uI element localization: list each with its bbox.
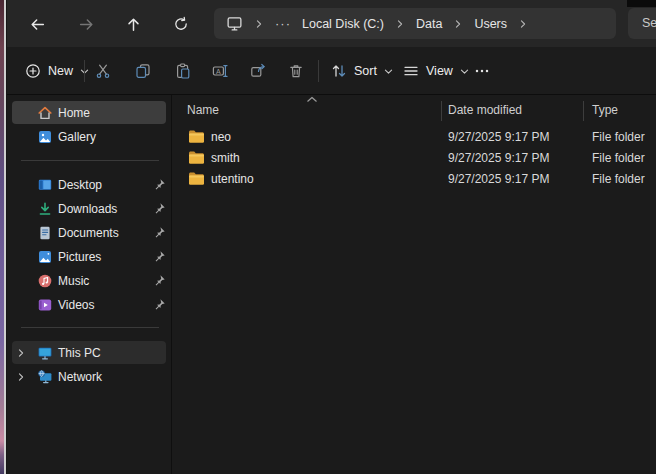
home-icon [37, 105, 53, 121]
file-row-neo[interactable]: neo 9/27/2025 9:17 PM File folder [173, 127, 656, 148]
sort-button[interactable]: Sort [327, 57, 398, 85]
expand-chevron-icon[interactable] [16, 372, 26, 382]
sidebar-item-home[interactable]: Home [12, 101, 166, 124]
sidebar-item-label: Desktop [58, 178, 102, 192]
sidebar-item-videos[interactable]: Videos [12, 293, 166, 316]
sidebar-item-pictures[interactable]: Pictures [12, 245, 166, 268]
search-input[interactable]: Search Users [628, 8, 656, 39]
file-date-modified: 9/27/2025 9:17 PM [448, 130, 549, 144]
navigation-bar: ··· Local Disk (C:) Data Users Search Us… [7, 0, 656, 47]
sidebar-item-label: Videos [58, 298, 94, 312]
share-button[interactable] [244, 57, 272, 85]
refresh-button[interactable] [170, 13, 192, 35]
address-bar[interactable]: ··· Local Disk (C:) Data Users [214, 8, 616, 39]
breadcrumb-chevron-icon [254, 19, 264, 29]
sidebar-item-this-pc[interactable]: This PC [12, 341, 166, 364]
rename-button[interactable]: A [206, 57, 234, 85]
file-name: utentino [211, 172, 254, 186]
sidebar-item-label: This PC [58, 346, 101, 360]
file-name: smith [211, 151, 240, 165]
sidebar-item-downloads[interactable]: Downloads [12, 197, 166, 220]
back-button[interactable] [26, 13, 48, 35]
column-separator[interactable] [441, 101, 442, 121]
breadcrumb-chevron-icon [453, 19, 463, 29]
music-icon [37, 273, 53, 289]
network-icon [37, 369, 53, 385]
breadcrumb-chevron-icon [518, 19, 528, 29]
column-header-name[interactable]: Name [187, 103, 219, 117]
sort-ascending-caret-icon [306, 96, 318, 103]
explorer-window-body: ··· Local Disk (C:) Data Users Search Us… [6, 0, 656, 474]
sidebar-item-label: Pictures [58, 250, 101, 264]
command-toolbar: New A S [7, 47, 656, 95]
sidebar-item-music[interactable]: Music [12, 269, 166, 292]
sidebar-item-label: Documents [58, 226, 119, 240]
refresh-icon [173, 16, 189, 32]
file-row-smith[interactable]: smith 9/27/2025 9:17 PM File folder [173, 148, 656, 169]
view-button-label: View [426, 64, 453, 78]
file-type: File folder [592, 172, 645, 186]
file-row-utentino[interactable]: utentino 9/27/2025 9:17 PM File folder [173, 169, 656, 190]
folder-icon [188, 171, 205, 186]
view-button[interactable]: View [399, 57, 474, 85]
videos-icon [37, 297, 53, 313]
file-explorer-window: ··· Local Disk (C:) Data Users Search Us… [0, 0, 656, 474]
toolbar-divider [84, 60, 85, 82]
expand-chevron-icon[interactable] [16, 348, 26, 358]
sidebar-item-gallery[interactable]: Gallery [12, 125, 166, 148]
sidebar-item-label: Downloads [58, 202, 117, 216]
share-icon [250, 63, 266, 79]
breadcrumb-item-local-disk[interactable]: Local Disk (C:) [302, 17, 384, 31]
delete-button[interactable] [282, 57, 310, 85]
sidebar-item-documents[interactable]: Documents [12, 221, 166, 244]
pane-divider[interactable] [171, 95, 172, 474]
pin-icon [153, 298, 166, 311]
back-arrow-icon [29, 16, 46, 33]
up-button[interactable] [122, 13, 144, 35]
copy-icon [135, 63, 151, 79]
this-pc-monitor-icon [37, 345, 53, 361]
breadcrumb-chevron-icon [395, 19, 405, 29]
breadcrumb-ellipsis[interactable]: ··· [275, 19, 291, 29]
sidebar: Home Gallery Desktop Downloads Documents [7, 95, 171, 474]
paste-icon [175, 63, 191, 79]
svg-text:A: A [216, 68, 221, 75]
toolbar-divider [318, 60, 319, 82]
pin-icon [153, 274, 166, 287]
sidebar-divider [21, 160, 159, 161]
sidebar-item-network[interactable]: Network [12, 365, 166, 388]
rename-icon: A [212, 63, 228, 79]
folder-icon [188, 129, 205, 144]
cut-button[interactable] [89, 57, 117, 85]
pin-icon [153, 202, 166, 215]
trash-icon [288, 63, 304, 79]
breadcrumb-item-users[interactable]: Users [474, 17, 507, 31]
more-options-button[interactable] [469, 57, 495, 85]
sort-icon [331, 63, 347, 79]
paste-button[interactable] [169, 57, 197, 85]
new-plus-icon [25, 63, 41, 79]
file-type: File folder [592, 151, 645, 165]
gallery-icon [37, 129, 53, 145]
pictures-icon [37, 249, 53, 265]
desktop-icon [37, 177, 53, 193]
column-separator[interactable] [583, 101, 584, 121]
forward-button[interactable] [75, 13, 97, 35]
view-list-icon [403, 63, 419, 79]
sidebar-item-desktop[interactable]: Desktop [12, 173, 166, 196]
file-type: File folder [592, 130, 645, 144]
file-date-modified: 9/27/2025 9:17 PM [448, 151, 549, 165]
column-header-type[interactable]: Type [592, 103, 618, 117]
breadcrumb-item-data[interactable]: Data [416, 17, 442, 31]
pin-icon [153, 250, 166, 263]
folder-icon [188, 150, 205, 165]
file-name: neo [211, 130, 231, 144]
this-pc-icon [226, 15, 243, 32]
copy-button[interactable] [129, 57, 157, 85]
column-header-date-modified[interactable]: Date modified [448, 103, 522, 117]
forward-arrow-icon [78, 16, 95, 33]
sidebar-divider [21, 327, 159, 328]
sidebar-item-label: Gallery [58, 130, 96, 144]
downloads-icon [37, 201, 53, 217]
pin-icon [153, 226, 166, 239]
